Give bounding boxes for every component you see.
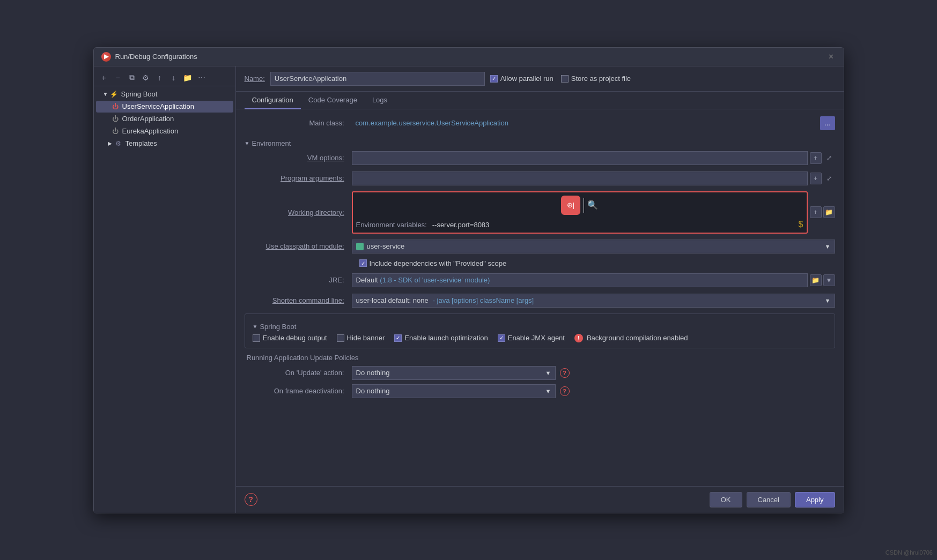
store-as-project-file-box[interactable] <box>561 75 569 83</box>
vm-options-label: VM options: <box>245 154 352 162</box>
main-class-browse-button[interactable]: ... <box>820 116 835 130</box>
templates-gear-icon: ⚙ <box>114 139 123 148</box>
on-update-label: On 'Update' action: <box>245 369 352 377</box>
on-frame-dropdown[interactable]: Do nothing ▼ <box>352 384 556 398</box>
remove-config-button[interactable]: − <box>112 72 124 84</box>
allow-parallel-run-box[interactable]: ✓ <box>490 75 498 83</box>
vm-options-input[interactable] <box>352 151 808 165</box>
include-deps-checkbox[interactable]: ✓ Include dependencies with "Provided" s… <box>359 259 507 267</box>
allow-parallel-run-checkbox[interactable]: ✓ Allow parallel run <box>490 74 554 83</box>
sidebar-item-templates[interactable]: ▶ ⚙ Templates <box>96 138 233 150</box>
on-frame-label: On frame deactivation: <box>245 387 352 395</box>
copy-config-button[interactable]: ⧉ <box>126 72 138 84</box>
vm-options-expand-button[interactable]: ⤢ <box>823 152 835 164</box>
name-input[interactable] <box>270 72 485 86</box>
include-deps-row: ✓ Include dependencies with "Provided" s… <box>245 259 835 267</box>
apply-button[interactable]: Apply <box>795 492 835 507</box>
on-update-value: Do nothing <box>356 369 390 377</box>
environment-section-header[interactable]: ▼ Environment <box>245 136 835 151</box>
working-dir-actions: + 📁 <box>810 206 835 218</box>
tab-code-coverage[interactable]: Code Coverage <box>301 92 365 109</box>
working-dir-add-button[interactable]: + <box>810 206 822 218</box>
env-vars-input[interactable] <box>432 219 795 230</box>
hide-banner-checkbox[interactable]: Hide banner <box>337 334 385 342</box>
on-frame-value: Do nothing <box>356 387 390 395</box>
enable-debug-box[interactable] <box>253 334 260 342</box>
env-expand-arrow: ▼ <box>245 140 250 146</box>
enable-launch-opt-checkbox[interactable]: ✓ Enable launch optimization <box>394 334 488 342</box>
shorten-java-text: - java [options] className [args] <box>433 296 534 304</box>
program-args-label: Program arguments: <box>245 174 352 182</box>
module-dropdown[interactable]: user-service ▼ <box>352 240 835 253</box>
shorten-none-text: user-local default: none <box>356 296 429 304</box>
store-as-project-file-label: Store as project file <box>571 74 631 83</box>
classpath-module-row: Use classpath of module: user-service ▼ <box>245 239 835 254</box>
env-search-button[interactable]: 🔍 <box>587 200 598 210</box>
enable-debug-checkbox[interactable]: Enable debug output <box>253 334 327 342</box>
eureka-run-icon: ⏻ <box>111 127 120 136</box>
on-update-row: On 'Update' action: Do nothing ▼ ? <box>245 366 835 380</box>
add-folder-button[interactable]: 📁 <box>182 72 194 84</box>
close-button[interactable]: × <box>827 52 836 62</box>
store-as-project-file-checkbox[interactable]: Store as project file <box>561 74 631 83</box>
jre-dropdown-button[interactable]: ▼ <box>823 274 835 286</box>
program-args-expand-button[interactable]: ⤢ <box>823 173 835 184</box>
name-bar: Name: ✓ Allow parallel run Store as proj… <box>236 66 844 92</box>
program-args-input[interactable] <box>352 171 808 185</box>
on-update-dropdown[interactable]: Do nothing ▼ <box>352 366 556 380</box>
spring-boot-checkboxes: Enable debug output Hide banner ✓ Enable… <box>253 334 827 342</box>
eureka-label: EurekaApplication <box>122 127 179 135</box>
sidebar-item-eureka[interactable]: ⏻ EurekaApplication <box>96 125 233 137</box>
on-frame-help-icon[interactable]: ? <box>560 386 570 396</box>
env-section-title: Environment <box>252 139 291 147</box>
move-up-button[interactable]: ↑ <box>154 72 166 84</box>
springboot-expand-arrow: ▼ <box>102 91 109 98</box>
jre-row: JRE: Default (1.8 - SDK of 'user-service… <box>245 273 835 288</box>
enable-launch-opt-label: Enable launch optimization <box>404 334 488 342</box>
shorten-cmd-dropdown[interactable]: user-local default: none - java [options… <box>352 294 835 308</box>
working-dir-label: Working directory: <box>245 208 352 216</box>
cancel-button[interactable]: Cancel <box>747 492 791 507</box>
sidebar-springboot-group[interactable]: ▼ ⚡ Spring Boot <box>96 88 233 100</box>
working-dir-folder-button[interactable]: 📁 <box>823 206 835 218</box>
vm-options-add-button[interactable]: + <box>810 152 822 164</box>
policies-title: Running Application Update Policies <box>245 354 835 362</box>
spring-boot-section-header[interactable]: ▼ Spring Boot <box>253 319 827 334</box>
tab-configuration[interactable]: Configuration <box>245 92 301 109</box>
add-config-button[interactable]: + <box>98 72 110 84</box>
on-frame-row: On frame deactivation: Do nothing ▼ ? <box>245 384 835 398</box>
hide-banner-box[interactable] <box>337 334 344 342</box>
ok-button[interactable]: OK <box>710 492 742 507</box>
main-class-label: Main class: <box>245 119 352 127</box>
on-frame-arrow: ▼ <box>545 388 551 394</box>
main-content: + − ⧉ ⚙ ↑ ↓ 📁 ⋯ ▼ ⚡ Spring Boot ⏻ UserSe… <box>94 66 844 513</box>
more-options-button[interactable]: ⋯ <box>196 72 208 84</box>
bg-compilation-label: Background compilation enabled <box>587 334 688 342</box>
program-args-add-button[interactable]: + <box>810 173 822 184</box>
enable-launch-opt-box[interactable]: ✓ <box>394 334 402 342</box>
sidebar-item-userservice[interactable]: ⏻ UserServiceApplication <box>96 101 233 113</box>
jre-value: Default (1.8 - SDK of 'user-service' mod… <box>352 273 808 287</box>
sidebar-item-orderapplication[interactable]: ⏻ OrderApplication <box>96 113 233 125</box>
enable-jmx-checkbox[interactable]: ✓ Enable JMX agent <box>498 334 565 342</box>
tabs-bar: Configuration Code Coverage Logs <box>236 92 844 109</box>
settings-button[interactable]: ⚙ <box>140 72 152 84</box>
program-args-row: Program arguments: + ⤢ <box>245 171 835 186</box>
enable-debug-label: Enable debug output <box>263 334 327 342</box>
help-button[interactable]: ? <box>245 493 257 506</box>
tab-logs[interactable]: Logs <box>365 92 395 109</box>
vm-options-row: VM options: + ⤢ <box>245 151 835 166</box>
include-deps-box[interactable]: ✓ <box>359 259 367 267</box>
sidebar: + − ⧉ ⚙ ↑ ↓ 📁 ⋯ ▼ ⚡ Spring Boot ⏻ UserSe… <box>94 66 236 513</box>
userservice-run-icon: ⏻ <box>111 102 120 111</box>
userservice-label: UserServiceApplication <box>122 102 194 110</box>
jre-folder-button[interactable]: 📁 <box>810 274 822 286</box>
vm-options-actions: + ⤢ <box>810 152 835 164</box>
env-macro-button[interactable]: ⊕| <box>561 196 580 215</box>
enable-jmx-box[interactable]: ✓ <box>498 334 505 342</box>
springboot-group-label: Spring Boot <box>121 90 158 98</box>
move-down-button[interactable]: ↓ <box>168 72 180 84</box>
config-area: Main class: com.example.userservice.User… <box>236 109 844 486</box>
on-update-help-icon[interactable]: ? <box>560 368 570 378</box>
templates-expand-arrow: ▶ <box>107 140 113 147</box>
